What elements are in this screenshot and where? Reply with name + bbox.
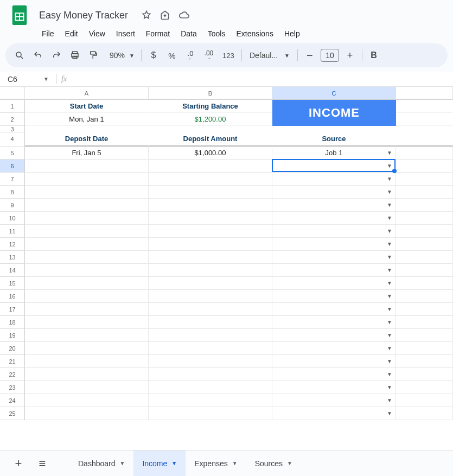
cell[interactable] bbox=[25, 126, 149, 132]
cell[interactable] bbox=[25, 264, 149, 277]
cell[interactable]: Job 1▼ bbox=[272, 147, 396, 160]
cell[interactable]: ▼ bbox=[272, 277, 396, 290]
star-icon[interactable] bbox=[141, 10, 152, 21]
cell[interactable]: ▼ bbox=[272, 173, 396, 186]
row-header[interactable]: 5 bbox=[0, 147, 25, 160]
cell[interactable] bbox=[149, 355, 272, 368]
menu-tools[interactable]: Tools bbox=[203, 27, 231, 40]
cell[interactable] bbox=[149, 329, 272, 342]
search-menus-icon[interactable] bbox=[11, 47, 28, 64]
cell[interactable]: ▼ bbox=[272, 160, 396, 173]
cell[interactable] bbox=[25, 329, 149, 342]
sheet-tab-income[interactable]: Income▼ bbox=[133, 450, 186, 476]
cell[interactable]: ▼ bbox=[272, 407, 396, 420]
row-header[interactable]: 24 bbox=[0, 394, 25, 407]
cell[interactable] bbox=[25, 368, 149, 381]
cell[interactable] bbox=[396, 342, 453, 355]
menu-file[interactable]: File bbox=[37, 27, 59, 40]
menu-format[interactable]: Format bbox=[141, 27, 175, 40]
cell[interactable] bbox=[25, 238, 149, 251]
cell[interactable] bbox=[149, 368, 272, 381]
cell[interactable] bbox=[396, 316, 453, 329]
col-header-rest[interactable] bbox=[396, 87, 453, 100]
cell[interactable]: Deposit Date bbox=[25, 132, 149, 147]
doc-title[interactable]: Easy Money Tracker bbox=[36, 9, 131, 22]
cell[interactable] bbox=[25, 381, 149, 394]
cell[interactable] bbox=[396, 355, 453, 368]
row-header[interactable]: 6 bbox=[0, 160, 25, 173]
cell[interactable] bbox=[149, 126, 272, 132]
cell[interactable] bbox=[25, 394, 149, 407]
cell[interactable]: $1,200.00 bbox=[149, 113, 272, 126]
cell[interactable]: ▼ bbox=[272, 251, 396, 264]
chevron-down-icon[interactable]: ▼ bbox=[287, 460, 292, 466]
cell[interactable] bbox=[149, 381, 272, 394]
cell[interactable] bbox=[149, 238, 272, 251]
menu-extensions[interactable]: Extensions bbox=[231, 27, 278, 40]
cell[interactable] bbox=[25, 212, 149, 225]
cell[interactable] bbox=[396, 238, 453, 251]
cell[interactable] bbox=[396, 290, 453, 303]
cell[interactable] bbox=[149, 277, 272, 290]
cell[interactable] bbox=[25, 277, 149, 290]
row-header[interactable]: 16 bbox=[0, 290, 25, 303]
row-header[interactable]: 21 bbox=[0, 355, 25, 368]
cell[interactable] bbox=[396, 264, 453, 277]
row-header[interactable]: 8 bbox=[0, 186, 25, 199]
cell[interactable] bbox=[149, 394, 272, 407]
cell[interactable]: ▼ bbox=[272, 368, 396, 381]
income-banner[interactable]: INCOME bbox=[272, 100, 396, 126]
cell[interactable] bbox=[149, 290, 272, 303]
cell[interactable]: Start Date bbox=[25, 100, 149, 113]
cell[interactable] bbox=[396, 113, 453, 126]
increase-font-size-button[interactable]: + bbox=[341, 47, 359, 64]
cell[interactable] bbox=[396, 100, 453, 113]
cell[interactable] bbox=[396, 199, 453, 212]
menu-view[interactable]: View bbox=[84, 27, 110, 40]
name-box[interactable]: C6 ▼ bbox=[0, 75, 54, 84]
increase-decimal-button[interactable]: .00→ bbox=[200, 47, 218, 64]
cell[interactable] bbox=[149, 251, 272, 264]
cell[interactable] bbox=[396, 394, 453, 407]
cell[interactable] bbox=[149, 173, 272, 186]
cell[interactable] bbox=[25, 225, 149, 238]
spreadsheet-grid[interactable]: A B C 1Start DateStarting Balance2Mon, J… bbox=[0, 87, 453, 420]
chevron-down-icon[interactable]: ▼ bbox=[120, 460, 125, 466]
cell[interactable] bbox=[149, 186, 272, 199]
cell[interactable]: Starting Balance bbox=[149, 100, 272, 113]
cell[interactable] bbox=[396, 173, 453, 186]
row-header[interactable]: 18 bbox=[0, 316, 25, 329]
cell[interactable] bbox=[396, 147, 453, 160]
cell[interactable]: ▼ bbox=[272, 186, 396, 199]
cell[interactable] bbox=[272, 126, 396, 132]
cell[interactable] bbox=[149, 160, 272, 173]
row-header[interactable]: 4 bbox=[0, 132, 25, 147]
sheet-tab-dashboard[interactable]: Dashboard▼ bbox=[69, 450, 133, 476]
row-header[interactable]: 23 bbox=[0, 381, 25, 394]
sheet-tab-expenses[interactable]: Expenses▼ bbox=[186, 450, 246, 476]
cell[interactable]: ▼ bbox=[272, 199, 396, 212]
cell[interactable] bbox=[25, 303, 149, 316]
cell[interactable] bbox=[396, 126, 453, 132]
cell[interactable] bbox=[149, 199, 272, 212]
chevron-down-icon[interactable]: ▼ bbox=[171, 460, 177, 466]
menu-help[interactable]: Help bbox=[279, 27, 305, 40]
cell[interactable] bbox=[25, 355, 149, 368]
cell[interactable] bbox=[25, 173, 149, 186]
cell[interactable] bbox=[396, 225, 453, 238]
percent-format-button[interactable]: % bbox=[163, 47, 181, 64]
row-header[interactable]: 2 bbox=[0, 113, 25, 126]
cell[interactable] bbox=[25, 186, 149, 199]
select-all-corner[interactable] bbox=[0, 87, 25, 100]
cell[interactable]: ▼ bbox=[272, 355, 396, 368]
zoom-select[interactable]: 90% ▼ bbox=[103, 51, 138, 60]
menu-data[interactable]: Data bbox=[176, 27, 202, 40]
cell[interactable] bbox=[396, 160, 453, 173]
cell[interactable] bbox=[25, 160, 149, 173]
menu-edit[interactable]: Edit bbox=[60, 27, 83, 40]
cell[interactable]: Deposit Amount bbox=[149, 132, 272, 147]
row-header[interactable]: 9 bbox=[0, 199, 25, 212]
cell[interactable] bbox=[396, 381, 453, 394]
cell[interactable] bbox=[396, 329, 453, 342]
decrease-decimal-button[interactable]: .0← bbox=[182, 47, 199, 64]
